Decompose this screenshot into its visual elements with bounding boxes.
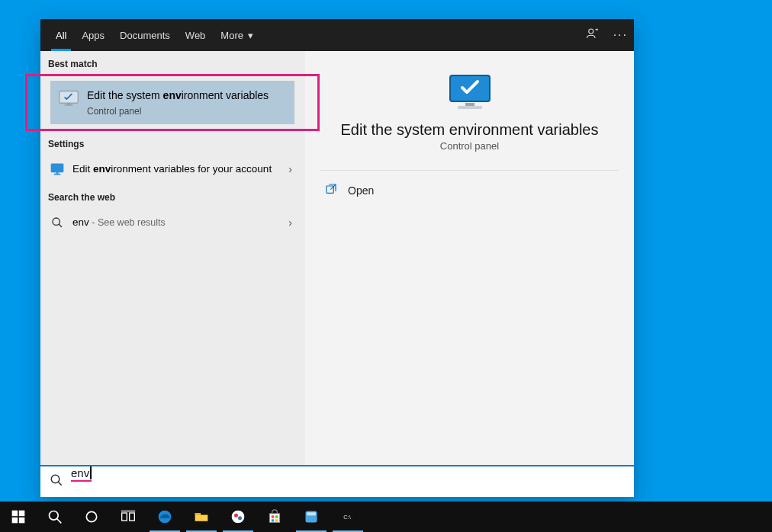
task-view-button[interactable] (110, 502, 146, 532)
cortana-button[interactable] (73, 502, 110, 532)
search-tabs-bar: All Apps Documents Web More ▾ ··· (40, 19, 634, 51)
taskbar-app-snip[interactable] (220, 502, 256, 532)
search-box[interactable]: env (40, 465, 634, 497)
svg-rect-18 (12, 518, 18, 524)
svg-rect-5 (54, 174, 60, 175)
svg-rect-19 (19, 518, 25, 524)
preview-header: Edit the system environment variables Co… (305, 51, 634, 165)
search-content: Best match Edit the system environment v… (40, 51, 634, 465)
bm-title-pre: Edit the system (87, 89, 163, 101)
preview-pane: Edit the system environment variables Co… (304, 51, 634, 465)
svg-rect-31 (269, 514, 279, 523)
svg-rect-3 (67, 103, 70, 104)
si-bold: env (93, 163, 111, 175)
start-search-window: All Apps Documents Web More ▾ ··· Best m… (40, 19, 634, 497)
svg-point-29 (234, 514, 238, 518)
preview-title: Edit the system environment variables (341, 121, 599, 139)
start-button[interactable] (0, 502, 37, 532)
tab-documents[interactable]: Documents (112, 19, 178, 51)
web-result-label: env - See web results (72, 216, 281, 229)
tab-web[interactable]: Web (178, 19, 214, 51)
svg-point-28 (232, 511, 245, 524)
settings-result-label: Edit environment variables for your acco… (72, 162, 281, 176)
tab-all[interactable]: All (48, 19, 74, 51)
search-input[interactable]: env (71, 466, 625, 497)
svg-point-30 (238, 516, 242, 520)
svg-line-15 (58, 482, 62, 486)
bm-title-bold: env (163, 89, 182, 101)
svg-point-20 (50, 511, 59, 521)
web-result-env[interactable]: env - See web results › (40, 207, 304, 238)
best-match-text: Edit the system environment variables Co… (87, 88, 269, 117)
search-icon (50, 473, 63, 490)
preview-subtitle: Control panel (440, 140, 499, 152)
svg-rect-27 (195, 513, 201, 515)
taskbar: C:\ (0, 502, 772, 532)
si-pre: Edit (72, 163, 93, 175)
section-search-web: Search the web (40, 184, 304, 207)
wr-suffix: - See web results (89, 217, 166, 228)
taskbar-app-file-explorer[interactable] (183, 502, 220, 532)
tab-more-label: More (220, 30, 243, 41)
settings-result-env-vars-user[interactable]: Edit environment variables for your acco… (40, 154, 304, 184)
control-panel-monitor-icon (58, 88, 79, 110)
svg-point-14 (51, 475, 60, 483)
svg-text:C:\: C:\ (343, 514, 352, 521)
svg-rect-17 (19, 511, 25, 517)
search-icon (50, 215, 65, 230)
svg-rect-24 (130, 513, 135, 521)
svg-rect-32 (272, 515, 274, 518)
svg-rect-4 (51, 163, 64, 172)
svg-line-8 (59, 224, 62, 227)
taskbar-app-terminal[interactable]: C:\ (330, 502, 366, 532)
chevron-right-icon: › (288, 163, 292, 175)
preview-action-open-label: Open (348, 184, 374, 197)
more-options-icon[interactable]: ··· (613, 28, 628, 42)
svg-point-7 (53, 218, 60, 225)
svg-rect-34 (272, 519, 274, 521)
taskbar-app-store[interactable] (256, 502, 293, 532)
svg-rect-6 (56, 172, 58, 174)
chevron-right-icon: › (288, 216, 292, 229)
preview-action-open[interactable]: Open (305, 175, 634, 205)
wr-prefix: env (72, 216, 89, 228)
preview-separator (320, 170, 619, 171)
tab-apps[interactable]: Apps (74, 19, 112, 51)
preview-large-icon (446, 72, 494, 115)
svg-line-21 (57, 519, 62, 524)
svg-rect-33 (275, 515, 278, 518)
taskbar-app-edge[interactable] (146, 502, 183, 532)
section-settings: Settings (40, 131, 304, 154)
taskbar-search-button[interactable] (37, 502, 73, 532)
svg-rect-2 (65, 104, 73, 106)
section-best-match: Best match (40, 51, 304, 74)
svg-rect-16 (12, 511, 18, 517)
svg-point-22 (86, 511, 96, 521)
best-match-title: Edit the system environment variables (87, 88, 269, 103)
bm-title-post: ironment variables (182, 89, 269, 101)
svg-rect-23 (122, 513, 127, 521)
chevron-down-icon: ▾ (248, 30, 253, 41)
tutorial-highlight-box: Edit the system environment variables Co… (25, 74, 320, 131)
results-pane: Best match Edit the system environment v… (40, 51, 304, 465)
svg-point-0 (588, 29, 593, 34)
si-post: ironment variables for your account (111, 163, 272, 175)
tab-more[interactable]: More ▾ (213, 19, 261, 51)
svg-rect-11 (465, 103, 474, 106)
tabs-right-actions: ··· (586, 19, 628, 51)
svg-rect-35 (275, 519, 278, 521)
svg-rect-37 (307, 512, 316, 515)
best-match-result[interactable]: Edit the system environment variables Co… (50, 81, 294, 124)
taskbar-app-generic[interactable] (293, 502, 330, 532)
svg-rect-12 (458, 106, 482, 109)
settings-monitor-icon (50, 162, 65, 177)
search-input-value: env (71, 466, 92, 482)
best-match-subtitle: Control panel (87, 106, 269, 117)
open-icon (325, 183, 337, 197)
feedback-icon[interactable] (586, 27, 600, 43)
